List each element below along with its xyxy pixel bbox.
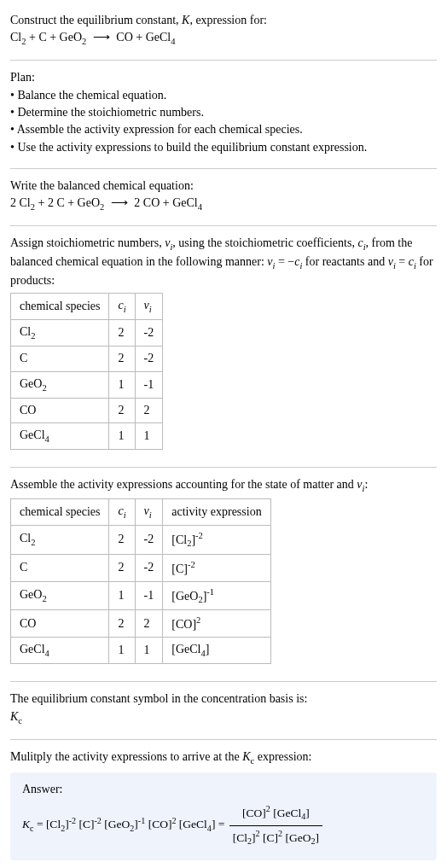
table-row: CO22 <box>11 398 163 422</box>
cell-species: GeO2 <box>11 371 109 398</box>
divider <box>10 225 437 226</box>
answer-label: Answer: <box>22 781 425 798</box>
cell-vi: -2 <box>135 554 163 581</box>
table-row: Cl22-2 <box>11 320 163 347</box>
kc-numerator: [CO]2 [GeCl4] <box>229 803 322 826</box>
table-row: C2-2 <box>11 347 163 371</box>
table-row: CO22[CO]2 <box>11 610 271 638</box>
cell-vi: 1 <box>135 638 163 664</box>
plan-heading: Plan: <box>10 69 437 86</box>
col-species: chemical species <box>11 294 109 320</box>
stoich-table: chemical species ci νi Cl22-2 C2-2 GeO21… <box>10 293 163 450</box>
col-ci: ci <box>109 294 135 320</box>
kc-denominator: [Cl2]2 [C]2 [GeO2] <box>229 826 322 848</box>
col-vi: νi <box>135 499 163 526</box>
basis-symbol: Kc <box>10 708 437 727</box>
balanced-section: Write the balanced chemical equation: 2 … <box>10 172 437 222</box>
cell-vi: -2 <box>135 526 163 555</box>
cell-activity: [CO]2 <box>163 610 270 638</box>
cell-activity: [GeO2]-1 <box>163 581 270 610</box>
cell-activity: [GeCl4] <box>163 638 270 664</box>
cell-ci: 2 <box>109 526 135 555</box>
cell-ci: 1 <box>109 423 135 450</box>
col-vi: νi <box>135 294 163 320</box>
intro-section: Construct the equilibrium constant, K, e… <box>10 7 437 56</box>
col-activity: activity expression <box>163 499 270 526</box>
cell-ci: 1 <box>109 581 135 610</box>
cell-species: Cl2 <box>11 526 109 555</box>
cell-ci: 2 <box>109 320 135 347</box>
plan-item-text: Determine the stoichiometric numbers. <box>17 106 204 119</box>
answer-box: Answer: Kc = [Cl2]-2 [C]-2 [GeO2]-1 [CO]… <box>10 772 437 860</box>
divider <box>10 60 437 61</box>
table-row: Cl22-2[Cl2]-2 <box>11 526 271 555</box>
cell-vi: -2 <box>135 347 163 371</box>
cell-species: GeCl4 <box>11 423 109 450</box>
table-row: GeCl411 <box>11 423 163 450</box>
cell-activity: [C]-2 <box>163 554 270 581</box>
cell-ci: 1 <box>109 371 135 398</box>
table-row: GeO21-1[GeO2]-1 <box>11 581 271 610</box>
cell-ci: 2 <box>109 398 135 422</box>
plan-item: • Determine the stoichiometric numbers. <box>10 104 437 121</box>
cell-ci: 1 <box>109 638 135 664</box>
kc-expression: Kc = [Cl2]-2 [C]-2 [GeO2]-1 [CO]2 [GeCl4… <box>22 803 425 848</box>
plan-section: Plan: • Balance the chemical equation. •… <box>10 64 437 164</box>
plan-item: • Assemble the activity expression for e… <box>10 121 437 138</box>
table-header-row: chemical species ci νi activity expressi… <box>11 499 271 526</box>
divider <box>10 467 437 468</box>
cell-species: GeO2 <box>11 581 109 610</box>
cell-species: GeCl4 <box>11 638 109 664</box>
plan-item-text: Balance the chemical equation. <box>17 89 166 102</box>
activity-table: chemical species ci νi activity expressi… <box>10 498 271 664</box>
table-row: GeO21-1 <box>11 371 163 398</box>
activity-text: Assemble the activity expressions accoun… <box>10 476 437 495</box>
intro-line: Construct the equilibrium constant, K, e… <box>10 12 437 29</box>
final-section: Mulitply the activity expressions to arr… <box>10 743 437 868</box>
stoich-section: Assign stoichiometric numbers, νi, using… <box>10 230 437 463</box>
activity-section: Assemble the activity expressions accoun… <box>10 471 437 678</box>
cell-species: CO <box>11 610 109 638</box>
balanced-heading: Write the balanced chemical equation: <box>10 178 437 195</box>
plan-item-text: Use the activity expressions to build th… <box>17 141 367 154</box>
divider <box>10 168 437 169</box>
cell-vi: 2 <box>135 398 163 422</box>
cell-species: C <box>11 554 109 581</box>
table-row: GeCl411[GeCl4] <box>11 638 271 664</box>
cell-species: C <box>11 347 109 371</box>
basis-section: The equilibrium constant symbol in the c… <box>10 685 437 735</box>
cell-ci: 2 <box>109 347 135 371</box>
col-ci: ci <box>109 499 135 526</box>
cell-species: CO <box>11 398 109 422</box>
intro-equation: Cl2 + C + GeO2 ⟶ CO + GeCl4 <box>10 29 437 48</box>
cell-species: Cl2 <box>11 320 109 347</box>
cell-ci: 2 <box>109 554 135 581</box>
cell-vi: -2 <box>135 320 163 347</box>
cell-vi: -1 <box>135 581 163 610</box>
cell-ci: 2 <box>109 610 135 638</box>
cell-activity: [Cl2]-2 <box>163 526 270 555</box>
plan-item-text: Assemble the activity expression for eac… <box>17 123 303 136</box>
plan-item: • Balance the chemical equation. <box>10 87 437 104</box>
stoich-text: Assign stoichiometric numbers, νi, using… <box>10 235 437 289</box>
plan-item: • Use the activity expressions to build … <box>10 139 437 156</box>
col-species: chemical species <box>11 499 109 526</box>
cell-vi: 2 <box>135 610 163 638</box>
table-row: C2-2[C]-2 <box>11 554 271 581</box>
table-header-row: chemical species ci νi <box>11 294 163 320</box>
kc-fraction: [CO]2 [GeCl4] [Cl2]2 [C]2 [GeO2] <box>229 803 322 848</box>
final-line: Mulitply the activity expressions to arr… <box>10 749 437 767</box>
cell-vi: 1 <box>135 423 163 450</box>
balanced-equation: 2 Cl2 + 2 C + GeO2 ⟶ 2 CO + GeCl4 <box>10 195 437 213</box>
divider <box>10 739 437 740</box>
basis-line: The equilibrium constant symbol in the c… <box>10 690 437 708</box>
cell-vi: -1 <box>135 371 163 398</box>
divider <box>10 681 437 682</box>
